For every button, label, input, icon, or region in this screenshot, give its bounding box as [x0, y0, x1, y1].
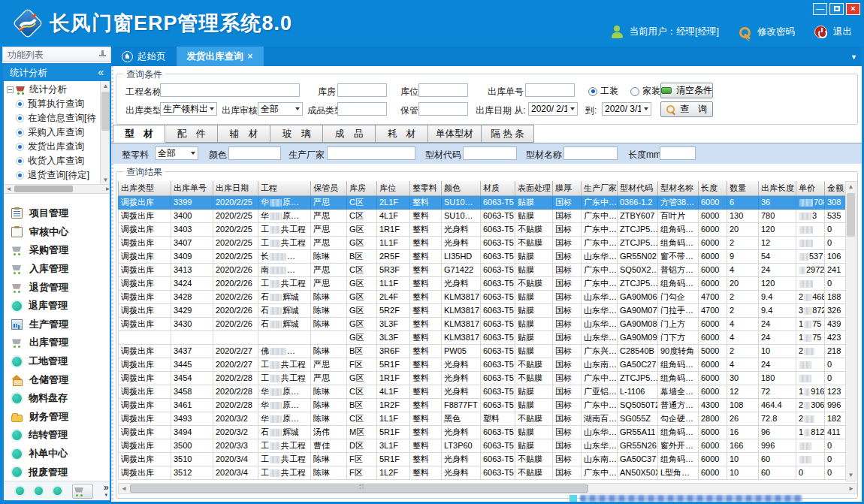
table-row[interactable]: 调拨出库34302020/2/26石辉城陈琳G区3L3F整料KLM3817606… [119, 317, 847, 330]
column-header[interactable]: 膜厚 [553, 181, 582, 195]
warehouse-input[interactable] [337, 83, 387, 97]
table-row[interactable]: 调拨出库35002020/3/3工共工程曹佳D区3L1F整料LT3P606063… [119, 439, 847, 452]
stats-panel-header[interactable]: 统计分析 « [4, 65, 110, 81]
radio-jiazhuang[interactable]: 家装 [630, 85, 660, 98]
column-header[interactable]: 出库单号 [171, 181, 213, 195]
sidebar-module-财务管理[interactable]: 财务管理 [4, 408, 110, 427]
out-type-select[interactable]: 生产领料出库 [160, 102, 217, 116]
scroll-up-icon[interactable]: ▲ [101, 81, 110, 91]
table-row[interactable]: 调拨出库34942020/3/2石辉城汤伟M区5R1F整料光身料6063-T5贴… [119, 425, 847, 439]
table-row[interactable]: 调拨出库34072020/2/25工共工程严思G区1L1F整料光身料6063-T… [119, 236, 847, 249]
scroll-up-icon[interactable]: ▲ [846, 182, 856, 192]
table-row[interactable]: 调拨出库33992020/2/25华原…严思C区2L1F整料SU10…6063-… [119, 195, 847, 209]
table-row[interactable]: 调拨出库34612020/2/28华原…陈琳B区1R2F整料F8877FT606… [119, 398, 847, 412]
column-header[interactable]: 出库类型 [119, 181, 171, 195]
column-header[interactable]: 金额 [825, 181, 847, 195]
tab-close-icon[interactable]: × [248, 51, 253, 62]
tree-expander-icon[interactable] [7, 86, 14, 93]
sidebar-module-退库管理[interactable]: 退库管理 [4, 297, 110, 315]
table-row[interactable]: 调拨出库34132020/2/26南…严思C区5R3F整料G714226063-… [119, 263, 847, 276]
tree-item[interactable]: 预算执行查询 [5, 97, 100, 111]
tree-item[interactable]: 发货出库查询 [5, 140, 100, 154]
table-row[interactable]: 调拨出库34292020/2/26石辉城陈琳G区5R2F整料KLM3817606… [119, 303, 847, 317]
radio-gongzhuang[interactable]: 工装 [588, 85, 618, 98]
logout-link[interactable]: 退出 [833, 26, 852, 38]
scroll-thumb[interactable] [14, 186, 73, 192]
sidebar-module-报废管理[interactable]: 报废管理 [4, 463, 110, 481]
length-input[interactable] [660, 146, 696, 160]
table-row[interactable]: 调拨出库34242020/2/26工共工程严思G区1L1F整料光身料6063-T… [119, 276, 847, 290]
table-row[interactable]: 调拨出库34932020/3/2华原…陈琳C区1L1F整料黑色塑料不贴膜国标湖南… [119, 412, 847, 425]
order-no-input[interactable] [525, 83, 575, 97]
sidebar-module-出库管理[interactable]: 出库管理 [4, 333, 110, 352]
tab-dropdown-icon[interactable]: ▼ [850, 53, 857, 61]
column-header[interactable]: 型材名称 [658, 181, 699, 195]
material-tab[interactable]: 单体型材 [428, 125, 482, 143]
scroll-right-icon[interactable]: ► [103, 185, 110, 193]
keeper-input[interactable] [418, 102, 468, 116]
dot-icon[interactable] [53, 487, 62, 495]
tree-root[interactable]: 统计分析 [5, 83, 100, 97]
location-input[interactable] [418, 83, 468, 97]
date-from-picker[interactable]: 2020/ 2/16 [528, 102, 578, 116]
column-header[interactable]: 整零料 [410, 181, 442, 195]
table-row[interactable]: 调拨出库34542020/2/28工共工程严思G区1R1F整料光身料6063-T… [119, 371, 847, 385]
sidebar-module-审核中心[interactable]: 审核中心 [4, 223, 110, 242]
column-header[interactable]: 颜色 [442, 181, 481, 195]
column-header[interactable]: 长度 [699, 181, 727, 195]
tree-horizontal-scrollbar[interactable]: ◄ ► [4, 184, 110, 193]
sidebar-module-项目管理[interactable]: 项目管理 [4, 204, 110, 223]
grid-horizontal-scrollbar[interactable]: ◄ ► [118, 483, 857, 494]
grid-vertical-scrollbar[interactable]: ▲ ▼ [845, 181, 856, 481]
factory-input[interactable] [327, 146, 415, 160]
tree-item[interactable]: 在途信息查询[待 [5, 111, 100, 125]
tree-item[interactable]: 采购入库查询 [5, 125, 100, 140]
profile-name-input[interactable] [563, 146, 618, 160]
table-row[interactable]: 调拨出库34092020/2/25长…陈琳B区2R5F整料LI35HD6063-… [119, 249, 847, 263]
material-tab[interactable]: 配 件 [165, 125, 218, 143]
material-tab[interactable]: 耗 材 [376, 125, 428, 143]
sidebar-module-物料盘存[interactable]: 物料盘存 [4, 389, 110, 408]
scroll-thumb[interactable] [847, 193, 855, 237]
tab-shipping-outbound-query[interactable]: 发货出库查询 × [177, 47, 264, 66]
scroll-right-icon[interactable]: ► [846, 484, 856, 493]
dot-icon[interactable] [35, 487, 43, 495]
table-row[interactable]: 调拨出库35102020/3/4工共工程陈琳F区5R1F整料光身料6063-T5… [119, 452, 847, 466]
sidebar-module-结转管理[interactable]: 结转管理 [4, 426, 110, 445]
sidebar-module-生产管理[interactable]: 生产管理 [4, 315, 110, 334]
sidebar-module-工地管理[interactable]: 工地管理 [4, 352, 110, 371]
column-header[interactable]: 工程 [258, 181, 311, 195]
table-row[interactable]: G区3L3F整料KLM38176063-T5贴膜国标山东华…GA90M09.门下… [119, 330, 847, 344]
scroll-thumb[interactable] [130, 484, 588, 493]
column-header[interactable]: 单价 [796, 181, 825, 195]
minimize-button[interactable]: — [813, 3, 827, 15]
table-row[interactable]: 调拨出库34282020/2/26石辉城陈琳G区2L4F整料KLM3817606… [119, 290, 847, 303]
date-to-picker[interactable]: 2020/ 3/16 [602, 102, 651, 116]
scroll-thumb[interactable] [101, 92, 110, 131]
table-row[interactable]: 调拨出库34002020/2/25华原…严思C区4L1F整料SU10…6063-… [119, 209, 847, 222]
sidebar-module-退货管理[interactable]: 退货管理 [4, 278, 110, 297]
scroll-down-icon[interactable]: ▼ [846, 470, 856, 481]
maximize-button[interactable] [829, 3, 844, 15]
column-header[interactable]: 出库日期 [213, 181, 258, 195]
column-header[interactable]: 库房 [347, 181, 377, 195]
material-tab[interactable]: 玻 璃 [270, 125, 323, 143]
material-tab[interactable]: 辅 材 [218, 125, 270, 143]
tree-item[interactable]: 退货查询[待定] [5, 168, 100, 183]
whole-piece-select[interactable]: 全部 [155, 146, 198, 160]
column-header[interactable]: 库位 [377, 181, 410, 195]
cart-shortcut-button[interactable] [72, 484, 93, 499]
sidebar-module-仓储管理[interactable]: 仓储管理 [4, 370, 110, 389]
project-name-input[interactable] [160, 83, 300, 97]
table-row[interactable]: 调拨出库34452020/2/27工共工程严思F区5R1F整料光身料6063-T… [119, 358, 847, 371]
tree-vertical-scrollbar[interactable]: ▲ ▼ [100, 81, 110, 185]
product-type-input[interactable] [337, 102, 387, 116]
column-header[interactable]: 出库长度 [759, 181, 796, 195]
color-input[interactable] [228, 146, 281, 160]
table-row[interactable]: 调拨出库34372020/2/27佛…陈琳B区3R6F整料PW056063-T5… [119, 344, 847, 358]
material-tab[interactable]: 型 材 [113, 125, 165, 143]
pin-icon[interactable] [98, 50, 106, 58]
column-header[interactable]: 生产厂家 [582, 181, 618, 195]
profile-code-input[interactable] [463, 146, 517, 160]
column-header[interactable]: 数量 [727, 181, 759, 195]
